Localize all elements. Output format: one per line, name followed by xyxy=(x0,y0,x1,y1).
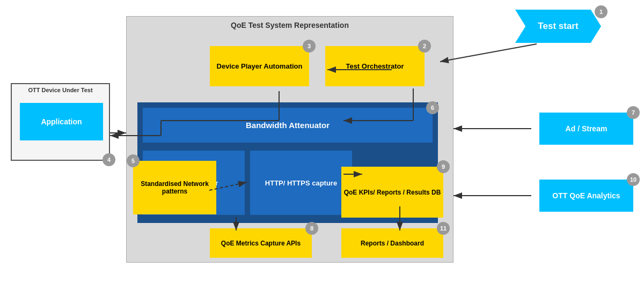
badge-4: 4 xyxy=(103,153,115,166)
test-orchestrator-label: Test Orchestrator xyxy=(346,62,404,70)
ott-device-box: OTT Device Under Test Application 4 xyxy=(11,83,110,161)
badge-6: 6 xyxy=(426,101,439,114)
device-player-label: Device Player Automation xyxy=(217,62,303,70)
badge-8: 8 xyxy=(305,222,318,235)
qoe-system-box: QoE Test System Representation Device Pl… xyxy=(126,16,453,263)
test-orchestrator-box: Test Orchestrator 2 xyxy=(325,46,425,86)
ott-qoe-analytics-label: OTT QoE Analytics xyxy=(552,191,620,200)
badge-10: 10 xyxy=(627,173,640,186)
badge-5: 5 xyxy=(127,154,140,167)
ad-stream-box: Ad / Stream 7 xyxy=(539,113,633,145)
badge-11: 11 xyxy=(437,222,450,235)
ad-stream-label: Ad / Stream xyxy=(566,124,608,133)
ott-qoe-analytics-box: OTT QoE Analytics 10 xyxy=(539,180,633,212)
test-start-label: Test start xyxy=(538,21,578,32)
bandwidth-attenuator-box: Bandwidth Attenuator 6 xyxy=(143,108,433,143)
qoe-kpis-box: QoE KPIs/ Reports / Results DB 9 xyxy=(341,167,443,218)
badge-1: 1 xyxy=(595,5,608,18)
standardised-network-label: Standardised Network patterns xyxy=(133,180,216,195)
test-start-area: Test start 1 xyxy=(515,10,601,43)
reports-dashboard-box: Reports / Dashboard 11 xyxy=(341,228,443,258)
test-start-diamond-wrapper: Test start 1 xyxy=(515,10,601,43)
http-capture-label: HTTP/ HTTPS capture xyxy=(265,179,337,187)
standardised-network-box: Standardised Network patterns 5 xyxy=(133,161,216,214)
qoe-metrics-box: QoE Metrics Capture APIs 8 xyxy=(210,228,312,258)
badge-7: 7 xyxy=(627,106,640,119)
reports-dashboard-label: Reports / Dashboard xyxy=(361,240,424,247)
badge-2: 2 xyxy=(418,40,431,53)
qoe-kpis-label: QoE KPIs/ Reports / Results DB xyxy=(344,189,441,196)
qoe-metrics-label: QoE Metrics Capture APIs xyxy=(221,240,301,247)
badge-3: 3 xyxy=(303,40,316,53)
application-box: Application xyxy=(20,103,103,140)
device-player-box: Device Player Automation 3 xyxy=(210,46,309,86)
bandwidth-label: Bandwidth Attenuator xyxy=(246,121,330,130)
application-label: Application xyxy=(41,117,82,126)
test-start-diamond: Test start xyxy=(515,10,601,43)
badge-9: 9 xyxy=(437,160,450,173)
http-capture-box: HTTP/ HTTPS capture xyxy=(250,151,352,215)
svg-line-2 xyxy=(440,44,537,62)
ott-device-label: OTT Device Under Test xyxy=(12,84,109,95)
qoe-system-title: QoE Test System Representation xyxy=(127,21,453,29)
